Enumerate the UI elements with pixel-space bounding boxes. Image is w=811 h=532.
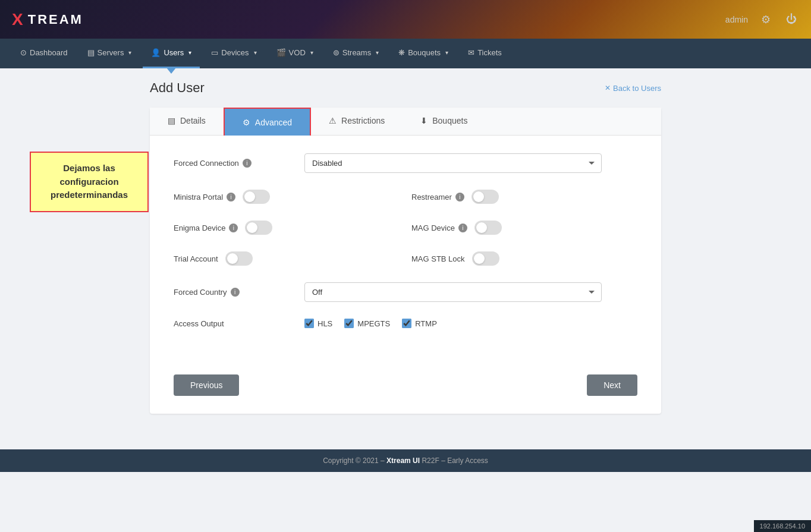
main-content: Add User Back to Users ▤ Details ⚙ Advan… <box>138 68 673 426</box>
next-button[interactable]: Next <box>587 374 637 396</box>
nav-tickets[interactable]: ✉ Tickets <box>460 39 510 68</box>
access-output-label: Access Output <box>174 319 293 328</box>
nav-users-label: Users <box>164 48 184 57</box>
tickets-icon: ✉ <box>468 48 474 57</box>
devices-chevron: ▾ <box>254 49 257 56</box>
trial-account-slider <box>225 251 253 266</box>
users-icon: 👤 <box>151 48 161 57</box>
restreamer-slider <box>471 190 499 204</box>
mag-stb-lock-label: MAG STB Lock <box>411 254 465 263</box>
rtmp-checkbox[interactable] <box>402 319 411 328</box>
nav-devices-label: Devices <box>221 48 249 57</box>
nav-dashboard[interactable]: ⊙ Dashboard <box>12 39 76 68</box>
mag-device-info-icon[interactable]: i <box>458 223 467 232</box>
advanced-tab-icon: ⚙ <box>243 118 250 127</box>
tab-bouquets[interactable]: ⬇ Bouquets <box>403 108 485 135</box>
annotation-text: Dejamos las configuracion predeterminand… <box>51 163 128 200</box>
ministra-portal-slider <box>243 190 270 204</box>
mag-stb-lock-toggle[interactable] <box>472 251 499 266</box>
mpegts-checkbox[interactable] <box>344 319 354 328</box>
forced-country-select[interactable]: Off Auto <box>304 282 602 302</box>
nav-vod-label: VOD <box>289 48 306 57</box>
logo: X TREAM <box>12 10 83 29</box>
ministra-portal-label: Ministra Portal i <box>174 193 235 202</box>
logo-text: TREAM <box>28 12 83 27</box>
ministra-portal-col: Ministra Portal i <box>174 190 400 204</box>
form-actions: Previous Next <box>150 363 661 414</box>
devices-icon: ▭ <box>211 48 218 57</box>
details-tab-icon: ▤ <box>168 116 175 125</box>
forced-connection-select[interactable]: Disabled 1 2 3 <box>304 153 602 173</box>
page-header: Add User Back to Users <box>150 80 661 96</box>
power-icon[interactable]: ⏻ <box>784 11 799 28</box>
vod-icon: 🎬 <box>276 48 286 57</box>
trial-account-col: Trial Account <box>174 251 400 266</box>
forced-connection-row: Forced Connection i Disabled 1 2 3 <box>174 153 637 173</box>
trial-magstb-row: Trial Account MAG STB Lock <box>174 251 637 266</box>
nav-vod[interactable]: 🎬 VOD ▾ <box>268 39 322 68</box>
bouquets-chevron: ▾ <box>445 49 448 56</box>
nav-servers[interactable]: ▤ Servers ▾ <box>79 39 140 68</box>
tab-restrictions[interactable]: ⚠ Restrictions <box>311 108 403 135</box>
tab-details[interactable]: ▤ Details <box>150 108 224 135</box>
annotation-box: Dejamos las configuracion predeterminand… <box>30 152 149 212</box>
ministra-portal-toggle[interactable] <box>243 190 270 204</box>
mpegts-checkbox-item[interactable]: MPEGTS <box>344 319 390 328</box>
streams-icon: ⊚ <box>333 48 340 57</box>
hls-label: HLS <box>318 319 332 328</box>
hls-checkbox-item[interactable]: HLS <box>304 319 332 328</box>
navbar: ⊙ Dashboard ▤ Servers ▾ 👤 Users ▾ ▭ Devi… <box>0 39 811 68</box>
users-chevron: ▾ <box>188 49 191 56</box>
footer: Copyright © 2021 – Xtream UI R22F – Earl… <box>0 449 811 472</box>
active-indicator <box>166 68 176 74</box>
restreamer-toggle[interactable] <box>471 190 499 204</box>
ip-badge: 192.168.254.10 <box>754 520 811 532</box>
restreamer-label: Restreamer i <box>411 193 464 202</box>
nav-servers-label: Servers <box>98 48 124 57</box>
ministra-restreamer-row: Ministra Portal i Restreamer i <box>174 190 637 204</box>
hls-checkbox[interactable] <box>304 319 314 328</box>
logo-x: X <box>12 10 25 29</box>
nav-bouquets[interactable]: ❋ Bouquets ▾ <box>390 39 457 68</box>
previous-button[interactable]: Previous <box>174 374 239 396</box>
footer-brand: Xtream UI <box>386 457 420 465</box>
mpegts-label: MPEGTS <box>357 319 390 328</box>
ministra-portal-info-icon[interactable]: i <box>227 193 235 202</box>
trial-account-toggle[interactable] <box>225 251 253 266</box>
mag-device-toggle[interactable] <box>474 221 502 235</box>
nav-bouquets-label: Bouquets <box>408 48 441 57</box>
nav-users[interactable]: 👤 Users ▾ <box>143 39 200 68</box>
mag-stb-lock-col: MAG STB Lock <box>411 251 637 266</box>
rtmp-checkbox-item[interactable]: RTMP <box>402 319 437 328</box>
vod-chevron: ▾ <box>310 49 313 56</box>
tabs: ▤ Details ⚙ Advanced ⚠ Restrictions ⬇ Bo… <box>150 108 661 136</box>
page-title: Add User <box>150 80 205 96</box>
enigma-device-col: Enigma Device i <box>174 221 400 235</box>
details-tab-label: Details <box>180 116 206 125</box>
back-to-users-link[interactable]: Back to Users <box>605 84 661 93</box>
trial-account-label: Trial Account <box>174 254 218 263</box>
footer-suffix: R22F – Early Access <box>422 457 488 465</box>
nav-streams[interactable]: ⊚ Streams ▾ <box>325 39 387 68</box>
header: X TREAM admin ⚙ ⏻ <box>0 0 811 39</box>
servers-chevron: ▾ <box>128 49 131 56</box>
enigma-device-slider <box>245 221 272 235</box>
forced-country-label: Forced Country i <box>174 288 293 297</box>
tab-advanced[interactable]: ⚙ Advanced <box>224 108 311 136</box>
settings-icon[interactable]: ⚙ <box>759 11 773 29</box>
bouquets-icon: ❋ <box>398 48 405 57</box>
advanced-tab-label: Advanced <box>255 118 292 127</box>
restreamer-info-icon[interactable]: i <box>455 193 464 202</box>
enigma-device-info-icon[interactable]: i <box>229 223 238 232</box>
servers-icon: ▤ <box>87 48 95 57</box>
nav-devices[interactable]: ▭ Devices ▾ <box>203 39 265 68</box>
nav-streams-label: Streams <box>342 48 371 57</box>
bouquets-tab-label: Bouquets <box>432 116 467 125</box>
forced-country-info-icon[interactable]: i <box>231 288 240 297</box>
forced-connection-label: Forced Connection i <box>174 159 293 168</box>
nav-tickets-label: Tickets <box>477 48 502 57</box>
admin-label: admin <box>725 15 748 24</box>
forced-connection-info-icon[interactable]: i <box>243 159 252 168</box>
enigma-device-label: Enigma Device i <box>174 223 238 232</box>
enigma-device-toggle[interactable] <box>245 221 272 235</box>
